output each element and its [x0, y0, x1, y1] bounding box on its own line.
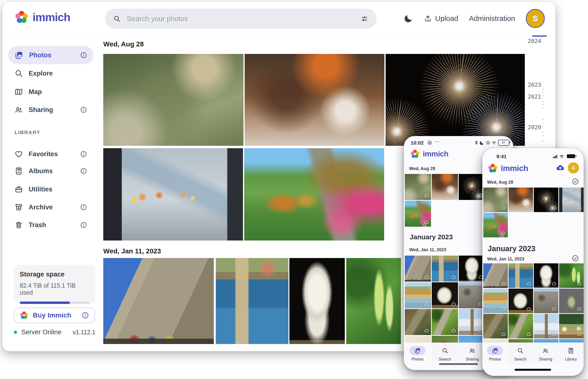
cloud-icon [501, 205, 506, 211]
cloud-icon [526, 205, 531, 211]
phone-status-bar: 9:41 [482, 154, 584, 161]
photo-thumbnail[interactable] [534, 188, 558, 212]
photo-thumbnail[interactable] [459, 174, 485, 200]
photo-thumbnail[interactable] [459, 309, 485, 335]
user-avatar[interactable]: S [568, 162, 579, 174]
timeline-year-2023[interactable]: 2023 [528, 82, 541, 88]
photo-thumbnail[interactable] [459, 282, 485, 308]
photo-thumbnail[interactable] [509, 188, 533, 212]
sidebar-item-explore[interactable]: Explore [8, 64, 94, 82]
administration-link[interactable]: Administration [469, 14, 515, 23]
photo-thumbnail[interactable] [483, 289, 508, 313]
photo-marble-bust[interactable] [289, 258, 345, 344]
tab-sharing[interactable]: Sharing [538, 343, 554, 362]
photo-holding-hands[interactable] [103, 148, 243, 240]
sidebar-item-map[interactable]: Map [8, 83, 94, 101]
app-logo[interactable]: immich [15, 10, 70, 24]
photo-thumbnail[interactable] [432, 256, 458, 282]
photo-thumbnail[interactable] [405, 309, 431, 335]
photo-thumbnail[interactable] [483, 263, 508, 288]
info-icon[interactable] [80, 106, 87, 113]
cloud-icon [552, 205, 557, 211]
sidebar-item-trash[interactable]: Trash [8, 216, 94, 234]
info-icon[interactable] [81, 312, 89, 319]
photo-thumbnail[interactable] [405, 282, 431, 308]
photo-thumbnail[interactable] [483, 314, 508, 338]
info-icon[interactable] [80, 221, 87, 229]
buy-immich-button[interactable]: Buy Immich [14, 308, 95, 323]
info-icon[interactable] [80, 167, 87, 175]
photo-thumbnail[interactable] [483, 213, 508, 237]
bottom-nav-bar: Photos Search Sharing Library [482, 343, 584, 376]
photo-thumbnail[interactable] [405, 174, 431, 200]
timeline-year-2020[interactable]: 2020 [528, 124, 541, 130]
info-icon[interactable] [80, 51, 87, 59]
server-status-row: Server Online v1.112.1 [14, 329, 95, 336]
tab-search[interactable]: Search [437, 343, 453, 362]
photo-thumbnail[interactable] [559, 289, 584, 313]
tab-search[interactable]: Search [512, 343, 528, 362]
tab-photos[interactable]: Photos [487, 343, 503, 362]
search-input[interactable]: Search your photos [127, 15, 354, 23]
photo-zoo-monkeys[interactable] [103, 54, 243, 146]
toolbox-icon [15, 185, 23, 193]
top-app-bar: immich Search your photos Upload Adminis… [2, 2, 556, 35]
select-all-check-icon[interactable] [572, 178, 579, 185]
upload-icon [424, 15, 432, 22]
gesture-bar[interactable] [515, 369, 551, 371]
sidebar-item-utilities[interactable]: Utilities [8, 180, 94, 198]
upload-button[interactable]: Upload [424, 14, 458, 23]
photo-fortress-wall[interactable] [103, 258, 214, 344]
tab-library[interactable]: Library [563, 343, 579, 362]
sidebar-item-archive[interactable]: Archive [8, 198, 94, 216]
photo-thumbnail[interactable] [559, 188, 584, 212]
tab-photos[interactable]: Photos [409, 343, 426, 362]
timeline-year-2021[interactable]: 2021 [528, 94, 541, 100]
info-icon[interactable] [80, 204, 87, 211]
photos-icon [15, 51, 23, 60]
photo-thumbnail[interactable] [509, 314, 533, 338]
photo-thumbnail[interactable] [432, 309, 458, 335]
status-time: 9:41 [496, 154, 507, 159]
cloud-icon [424, 301, 429, 307]
photo-green-berries[interactable] [346, 258, 401, 344]
date-group-header: Wed, Aug 28 [487, 180, 513, 185]
photo-thumbnail[interactable] [509, 263, 533, 288]
sidebar-item-photos[interactable]: Photos [8, 46, 94, 64]
timeline-position-indicator[interactable] [532, 35, 547, 37]
photo-thumbnail[interactable] [534, 289, 558, 313]
photo-thumbnail[interactable] [432, 174, 458, 200]
photo-autumn-dinner[interactable] [245, 54, 384, 146]
photo-thumbnail[interactable] [534, 314, 558, 338]
cloud-icon [451, 193, 456, 199]
search-bar[interactable]: Search your photos [105, 9, 377, 29]
photo-thumbnail[interactable] [405, 201, 431, 227]
user-avatar[interactable]: S [526, 9, 545, 28]
screenshot-canvas: immich Search your photos Upload Adminis… [0, 0, 588, 379]
select-all-check-icon[interactable] [572, 255, 579, 262]
tab-sharing[interactable]: Sharing [464, 343, 480, 362]
photo-thumbnail[interactable] [509, 289, 533, 313]
sidebar-item-albums[interactable]: Albums [8, 162, 94, 180]
photo-thumbnail[interactable] [534, 263, 558, 288]
theme-toggle-button[interactable] [404, 14, 413, 23]
photo-thumbnail[interactable] [432, 282, 458, 308]
photo-thumbnail[interactable] [559, 263, 584, 288]
photo-garden-path[interactable] [244, 148, 384, 240]
photo-fireworks[interactable] [386, 54, 525, 146]
gesture-bar[interactable] [439, 363, 478, 365]
timeline-year-2024[interactable]: 2024 [528, 38, 541, 44]
cloud-icon [526, 307, 531, 312]
search-filters-button[interactable] [361, 15, 368, 23]
sidebar-label: Albums [29, 167, 74, 175]
sidebar-item-favorites[interactable]: Favorites [8, 145, 94, 163]
photo-thumbnail[interactable] [459, 256, 485, 282]
sidebar-item-sharing[interactable]: Sharing [8, 101, 94, 119]
info-icon[interactable] [80, 150, 87, 158]
photo-thumbnail[interactable] [483, 188, 508, 212]
moon-icon [404, 14, 413, 23]
cloud-icon [577, 281, 582, 286]
photo-thumbnail[interactable] [405, 256, 431, 282]
photo-coastal-town[interactable] [216, 258, 288, 344]
photo-thumbnail[interactable] [559, 314, 584, 338]
